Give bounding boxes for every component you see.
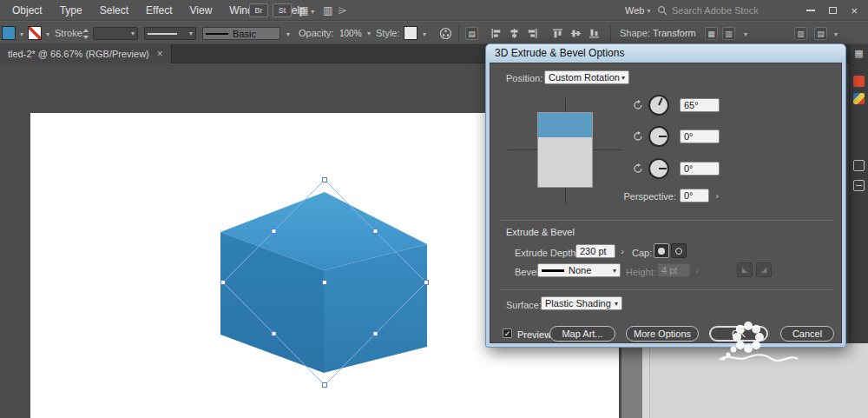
extrude-bevel-dialog: 3D Extrude & Bevel Options Position: Cus…	[485, 43, 846, 348]
cap-on-icon	[658, 248, 665, 255]
recolor-artwork-icon[interactable]	[439, 27, 452, 40]
preview-label: Preview	[517, 329, 551, 340]
arrange-documents-icon[interactable]: ▦▾	[299, 4, 314, 18]
libraries-panel-icon[interactable]	[853, 160, 865, 171]
align-top-icon[interactable]	[552, 28, 563, 39]
minimize-button[interactable]	[806, 10, 815, 11]
bevel-extent-out-button: ◣	[737, 262, 753, 277]
cap-off-button[interactable]	[671, 243, 687, 258]
menu-effect[interactable]: Effect	[137, 0, 181, 21]
extrude-depth-field[interactable]: 230 pt	[575, 244, 615, 258]
tab-close-icon[interactable]: ×	[157, 48, 163, 60]
rotate-y-axis-icon	[633, 131, 643, 142]
separator	[458, 25, 459, 42]
chevron-down-icon[interactable]: ▾	[20, 30, 23, 38]
rotate-z-field[interactable]: 0°	[680, 162, 720, 176]
swatches-panel-icon[interactable]	[853, 93, 865, 104]
map-art-button[interactable]: Map Art...	[549, 326, 615, 342]
shape-label: Shape:	[620, 22, 650, 45]
rotate-x-field[interactable]: 65°	[680, 98, 720, 112]
uniform-profile-icon	[148, 33, 177, 35]
share-icon[interactable]: ⌲	[339, 4, 346, 17]
menu-view[interactable]: View	[181, 0, 221, 21]
rotation-track-cube[interactable]	[537, 112, 593, 188]
close-button[interactable]: ×	[851, 4, 858, 17]
style-swatch[interactable]	[404, 26, 418, 40]
document-layout-icon[interactable]: ▥	[323, 4, 332, 17]
stock-button[interactable]: St	[273, 3, 292, 17]
align-left-icon[interactable]	[490, 28, 502, 39]
document-tab[interactable]: tled-2* @ 66.67% (RGB/Preview) ×	[0, 44, 172, 63]
menu-bar: Object Type Select Effect View Window He…	[0, 0, 868, 21]
perspective-label: Perspective:	[621, 191, 676, 202]
transform-link[interactable]: Transform	[653, 22, 696, 45]
chevron-down-icon[interactable]: ▾	[834, 30, 838, 38]
cancel-button[interactable]: Cancel	[780, 326, 834, 342]
panel-grid-icon[interactable]: ▦	[853, 48, 865, 59]
transform-grid-icon[interactable]: ▦	[705, 27, 718, 40]
brush-definition-dropdown[interactable]: Basic	[202, 27, 280, 40]
bevel-dropdown[interactable]: None ▾	[537, 263, 621, 277]
workspace-switcher[interactable]: Web ▾	[625, 0, 650, 21]
rotate-x-axis-icon	[633, 100, 643, 110]
more-options-button[interactable]: More Options	[626, 326, 699, 342]
fill-color-swatch[interactable]	[2, 26, 16, 40]
opacity-dropdown[interactable]: 100% ▾	[336, 27, 374, 40]
bridge-button[interactable]: Br	[249, 3, 268, 17]
color-panel-icon[interactable]	[853, 76, 865, 87]
style-label: Style:	[376, 22, 400, 45]
track-cube-top-face	[538, 113, 592, 137]
rotate-y-field[interactable]: 0°	[680, 129, 720, 143]
perspective-chevron-icon[interactable]: ›	[713, 189, 721, 202]
align-center-horizontal-icon[interactable]	[509, 28, 520, 39]
extrude-depth-chevron-icon[interactable]: ›	[618, 244, 627, 258]
bevel-value: None	[569, 265, 591, 275]
align-center-vertical-icon[interactable]	[570, 28, 582, 39]
bevel-none-swatch	[542, 269, 564, 272]
surface-label: Surface:	[506, 300, 542, 310]
layers-panel-icon[interactable]	[853, 180, 865, 191]
stroke-color-swatch[interactable]	[28, 26, 42, 40]
height-field: 4 pt	[657, 263, 690, 277]
panel-stack-icon[interactable]: ▤	[814, 27, 827, 40]
document-tab-title: tled-2* @ 66.67% (RGB/Preview)	[8, 49, 149, 59]
document-setup-icon[interactable]: ▤	[465, 27, 478, 40]
align-bottom-icon[interactable]	[589, 28, 600, 39]
isolate-icon[interactable]: ▥	[722, 27, 735, 40]
menu-type[interactable]: Type	[51, 0, 91, 21]
align-right-icon[interactable]	[527, 28, 538, 39]
chevron-down-icon[interactable]: ▾	[744, 30, 747, 38]
panel-divider	[649, 343, 650, 418]
check-icon: ✓	[504, 329, 511, 338]
section-divider	[499, 220, 834, 221]
brush-name: Basic	[233, 29, 256, 39]
search-placeholder: Search Adobe Stock	[672, 5, 759, 16]
chevron-down-icon[interactable]: ▾	[286, 30, 290, 38]
rotate-y-dial[interactable]	[648, 126, 669, 147]
surface-dropdown[interactable]: Plastic Shading ▾	[541, 296, 622, 310]
rotate-z-dial[interactable]	[648, 158, 669, 179]
width-profile-dropdown[interactable]: ▾	[144, 27, 196, 40]
preview-checkbox[interactable]: ✓	[503, 328, 512, 338]
chevron-down-icon[interactable]: ▾	[423, 30, 426, 38]
stroke-weight-dropdown[interactable]: ▾	[93, 27, 138, 40]
restore-button[interactable]	[829, 7, 837, 14]
dialog-title[interactable]: 3D Extrude & Bevel Options	[486, 44, 845, 63]
ok-button[interactable]: OK	[709, 326, 768, 342]
extrude-depth-label: Extrude Depth:	[515, 248, 578, 258]
stroke-label: Stroke:	[55, 22, 85, 45]
menu-select[interactable]: Select	[91, 0, 137, 21]
chevron-down-icon[interactable]: ▾	[46, 30, 49, 38]
stroke-weight-stepper[interactable]	[82, 29, 89, 39]
perspective-field[interactable]: 0°	[680, 189, 709, 202]
position-dropdown[interactable]: Custom Rotation ▾	[544, 70, 629, 84]
control-bar: ▾ ▾ Stroke: ▾ ▾ Basic ▾ Opacity: 100% ▾ …	[0, 21, 868, 44]
rotate-x-dial[interactable]	[648, 95, 669, 116]
arrange-columns-icon[interactable]: ▥	[794, 27, 807, 40]
separator	[610, 25, 611, 42]
chevron-down-icon: ▾	[615, 300, 618, 308]
cap-on-button[interactable]	[654, 243, 669, 258]
docked-panel-area	[621, 343, 868, 418]
stock-search-input[interactable]: Search Adobe Stock	[657, 3, 759, 18]
menu-object[interactable]: Object	[3, 0, 51, 21]
